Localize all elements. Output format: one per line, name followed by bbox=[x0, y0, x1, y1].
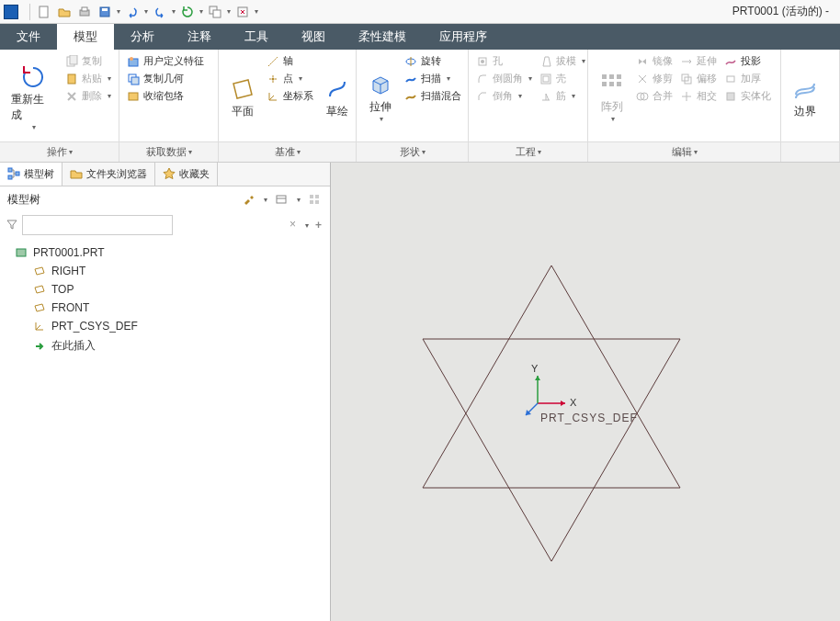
extrude-button[interactable]: 拉伸 ▾ bbox=[362, 53, 399, 141]
chevron-down-icon[interactable]: ▾ bbox=[264, 196, 267, 204]
hole-button[interactable]: 孔 bbox=[474, 53, 534, 69]
tab-file[interactable]: 文件 bbox=[0, 24, 57, 50]
group-label-shapes[interactable]: 形状▾ bbox=[357, 142, 469, 162]
redo-icon[interactable] bbox=[153, 5, 167, 19]
add-icon[interactable]: + bbox=[312, 219, 324, 231]
sidebar-header: 模型树 ▾ ▾ bbox=[0, 186, 330, 212]
sidebar-tab-model-tree[interactable]: 模型树 bbox=[0, 163, 62, 186]
show-icon[interactable] bbox=[273, 191, 289, 208]
solidify-button[interactable]: 实体化 bbox=[722, 88, 773, 104]
save-icon[interactable] bbox=[97, 5, 112, 19]
close-window-icon[interactable] bbox=[235, 5, 250, 19]
group-boundary: 边界 bbox=[781, 50, 840, 141]
plane-button[interactable]: 平面 bbox=[224, 53, 261, 141]
tab-flex[interactable]: 柔性建模 bbox=[342, 24, 423, 50]
extend-button[interactable]: 延伸 bbox=[678, 53, 719, 69]
svg-rect-4 bbox=[102, 8, 108, 11]
svg-rect-37 bbox=[277, 196, 286, 203]
chamfer-button[interactable]: 倒角▾ bbox=[474, 88, 534, 104]
axis-button[interactable]: 轴 bbox=[265, 53, 315, 69]
group-label-get-data[interactable]: 获取数据▾ bbox=[119, 142, 219, 162]
new-icon[interactable] bbox=[37, 5, 51, 19]
group-label-edit[interactable]: 编辑▾ bbox=[588, 142, 781, 162]
tools-icon[interactable] bbox=[240, 191, 256, 208]
tree-item-top[interactable]: TOP bbox=[0, 280, 330, 299]
thicken-button[interactable]: 加厚 bbox=[722, 71, 773, 86]
undo-icon[interactable] bbox=[125, 5, 140, 19]
shrinkwrap-button[interactable]: 收缩包络 bbox=[125, 88, 206, 104]
svg-point-19 bbox=[481, 60, 484, 63]
sidebar: 模型树 文件夹浏览器 收藏夹 模型树 ▾ ▾ × ▾ + bbox=[0, 163, 331, 621]
delete-button[interactable]: 删除▾ bbox=[63, 88, 113, 104]
settings-icon[interactable] bbox=[306, 191, 323, 208]
open-icon[interactable] bbox=[57, 5, 72, 19]
svg-rect-26 bbox=[609, 82, 614, 86]
tree-item-front[interactable]: FRONT bbox=[0, 299, 330, 317]
tree-root[interactable]: PRT0001.PRT bbox=[0, 243, 330, 262]
print-icon[interactable] bbox=[77, 5, 92, 19]
svg-rect-21 bbox=[543, 76, 549, 82]
paste-button[interactable]: 粘贴▾ bbox=[63, 71, 113, 86]
regenerate-button[interactable]: 重新生成 ▾ bbox=[6, 53, 60, 141]
redo-dropdown-icon[interactable]: ▾ bbox=[170, 5, 177, 19]
sidebar-tab-folder-browser[interactable]: 文件夹浏览器 bbox=[62, 163, 155, 186]
svg-rect-22 bbox=[602, 74, 607, 79]
main-area: 模型树 文件夹浏览器 收藏夹 模型树 ▾ ▾ × ▾ + bbox=[0, 163, 840, 621]
regen-dropdown-icon[interactable]: ▾ bbox=[198, 5, 205, 19]
filter-input[interactable] bbox=[22, 215, 173, 235]
graphics-canvas[interactable]: X Y PRT_CSYS_DEF bbox=[331, 163, 840, 621]
svg-rect-9 bbox=[70, 55, 77, 64]
model-view: X Y PRT_CSYS_DEF bbox=[331, 163, 840, 621]
group-label-engineering[interactable]: 工程▾ bbox=[469, 142, 588, 162]
windows-icon[interactable] bbox=[208, 5, 222, 19]
revolve-button[interactable]: 旋转 bbox=[403, 53, 463, 69]
sweep-button[interactable]: 扫描▾ bbox=[403, 71, 463, 86]
tab-annotate[interactable]: 注释 bbox=[171, 24, 228, 50]
star-icon bbox=[163, 167, 176, 182]
tree-item-csys[interactable]: PRT_CSYS_DEF bbox=[0, 317, 330, 335]
sidebar-title: 模型树 bbox=[7, 192, 234, 208]
project-button[interactable]: 投影 bbox=[722, 53, 773, 69]
windows-dropdown-icon[interactable]: ▾ bbox=[225, 5, 233, 19]
group-label-datum[interactable]: 基准▾ bbox=[219, 142, 357, 162]
intersect-button[interactable]: 相交 bbox=[678, 88, 719, 104]
copy-geom-button[interactable]: 复制几何 bbox=[125, 71, 206, 86]
trim-button[interactable]: 修剪 bbox=[634, 71, 675, 86]
tab-apps[interactable]: 应用程序 bbox=[423, 24, 504, 50]
chevron-down-icon[interactable]: ▾ bbox=[297, 196, 301, 204]
shell-button[interactable]: 壳 bbox=[538, 71, 587, 86]
tab-analysis[interactable]: 分析 bbox=[114, 24, 171, 50]
svg-marker-48 bbox=[535, 376, 540, 380]
tab-view[interactable]: 视图 bbox=[285, 24, 342, 50]
round-button[interactable]: 倒圆角▾ bbox=[474, 71, 534, 86]
filter-dropdown-icon[interactable]: ▾ bbox=[305, 221, 309, 230]
tree-item-insert-here[interactable]: 在此插入 bbox=[0, 335, 330, 356]
undo-dropdown-icon[interactable]: ▾ bbox=[142, 5, 150, 19]
plane-icon bbox=[33, 265, 46, 277]
mirror-button[interactable]: 镜像 bbox=[634, 53, 675, 69]
sidebar-tab-favorites[interactable]: 收藏夹 bbox=[155, 163, 218, 186]
clear-icon[interactable]: × bbox=[289, 218, 296, 231]
sketch-button[interactable]: 草绘 bbox=[319, 53, 356, 141]
tab-tools[interactable]: 工具 bbox=[228, 24, 285, 50]
merge-button[interactable]: 合并 bbox=[634, 88, 675, 104]
udf-button[interactable]: 用户定义特征 bbox=[125, 53, 206, 69]
tab-model[interactable]: 模型 bbox=[57, 24, 114, 50]
boundary-button[interactable]: 边界 bbox=[787, 53, 823, 141]
svg-rect-32 bbox=[727, 76, 734, 82]
draft-button[interactable]: 拔模▾ bbox=[538, 53, 587, 69]
offset-button[interactable]: 偏移 bbox=[678, 71, 719, 86]
point-button[interactable]: 点▾ bbox=[265, 71, 315, 86]
close-dropdown-icon[interactable]: ▾ bbox=[253, 5, 260, 19]
regen-quick-icon[interactable] bbox=[180, 5, 195, 19]
filter-icon[interactable] bbox=[6, 218, 18, 233]
tree-item-right[interactable]: RIGHT bbox=[0, 262, 330, 280]
save-dropdown-icon[interactable]: ▾ bbox=[115, 5, 122, 19]
group-label-operate[interactable]: 操作▾ bbox=[0, 142, 119, 162]
rib-button[interactable]: 筋▾ bbox=[538, 88, 587, 104]
swept-blend-button[interactable]: 扫描混合 bbox=[403, 88, 463, 104]
copy-button[interactable]: 复制 bbox=[63, 53, 113, 69]
pattern-button[interactable]: 阵列 ▾ bbox=[594, 53, 630, 141]
csys-button[interactable]: 坐标系 bbox=[265, 88, 315, 104]
title-bar: ▾ ▾ ▾ ▾ ▾ ▾ PRT0001 (活动的) - bbox=[0, 0, 840, 24]
